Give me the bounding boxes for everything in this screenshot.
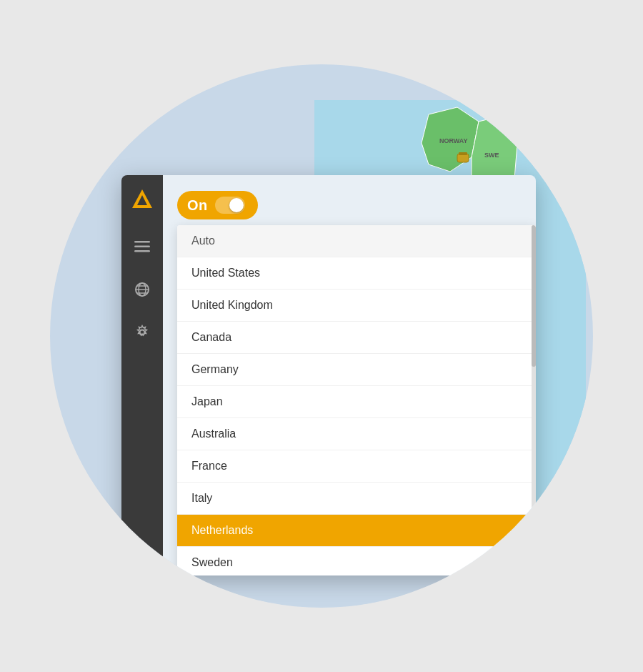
dropdown-item-germany[interactable]: Germany — [177, 354, 536, 386]
app-circle: NORWAY SWE DENMARK GERMANY ZERLAND SPAIN — [50, 64, 593, 608]
vpn-toggle[interactable]: On — [177, 191, 258, 219]
dropdown-item-netherlands[interactable]: Netherlands — [177, 515, 536, 547]
sidebar — [121, 175, 163, 575]
dropdown-item-canada[interactable]: Canada — [177, 322, 536, 354]
toggle-area: On — [163, 175, 536, 232]
dropdown-item-australia[interactable]: Australia — [177, 418, 536, 450]
dropdown-item-united-states[interactable]: United States — [177, 257, 536, 290]
toggle-track — [215, 197, 245, 214]
svg-rect-19 — [134, 250, 150, 252]
menu-icon[interactable] — [128, 232, 156, 261]
svg-rect-18 — [134, 246, 150, 248]
app-logo — [129, 187, 155, 212]
toggle-knob — [229, 198, 244, 212]
dropdown-item-japan[interactable]: Japan — [177, 386, 536, 418]
dropdown-item-united-kingdom[interactable]: United Kingdom — [177, 290, 536, 322]
main-panel: On AutoUnited StatesUnited KingdomCanada… — [163, 175, 536, 575]
toggle-label: On — [187, 197, 208, 214]
app-window: On AutoUnited StatesUnited KingdomCanada… — [121, 175, 536, 575]
dropdown-item-sweden[interactable]: Sweden — [177, 547, 536, 575]
scrollbar-thumb[interactable] — [532, 225, 536, 367]
settings-icon[interactable] — [128, 318, 156, 347]
svg-rect-17 — [134, 241, 150, 243]
dropdown-item-france[interactable]: France — [177, 450, 536, 483]
dropdown-item-italy[interactable]: Italy — [177, 483, 536, 515]
svg-text:NORWAY: NORWAY — [439, 137, 468, 144]
dropdown-item-auto[interactable]: Auto — [177, 225, 536, 257]
country-dropdown: AutoUnited StatesUnited KingdomCanadaGer… — [177, 225, 536, 575]
globe-icon[interactable] — [128, 275, 156, 304]
svg-text:SWE: SWE — [484, 152, 499, 159]
svg-rect-12 — [459, 152, 467, 155]
